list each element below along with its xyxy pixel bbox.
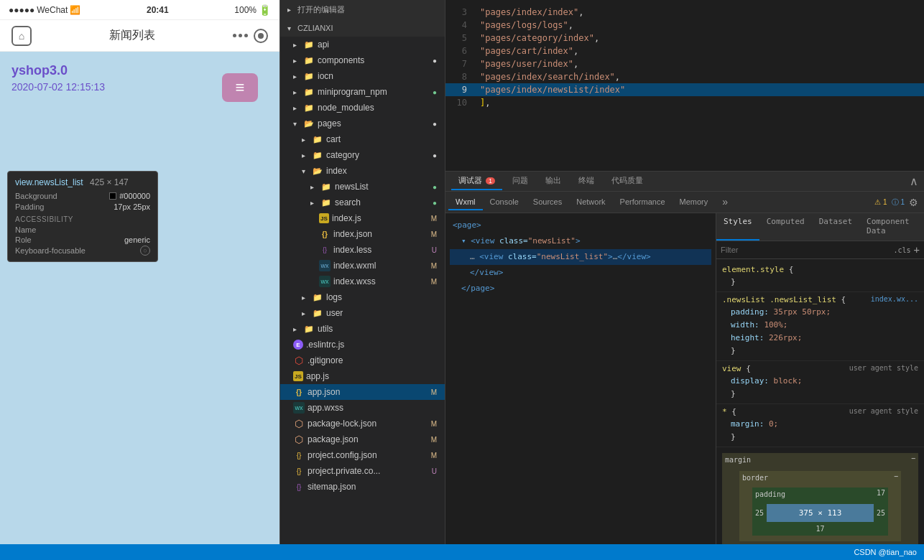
tab-output[interactable]: 输出: [538, 172, 568, 190]
clock: 20:41: [147, 5, 169, 15]
html-page-close[interactable]: </page>: [450, 281, 711, 297]
phone-status-bar: ●●●●● WeChat 📶 20:41 100% 🔋: [0, 0, 279, 20]
file-item-sitemap[interactable]: {} sitemap.json: [280, 479, 445, 495]
padding-label: padding: [755, 490, 785, 498]
file-item-eslint[interactable]: E .eslintrc.js: [280, 337, 445, 353]
search-label: search: [335, 197, 428, 207]
file-item-index[interactable]: 📂 index: [280, 163, 445, 179]
selector-element-style: element.style {: [722, 265, 918, 274]
home-button[interactable]: ⌂: [11, 26, 32, 46]
explorer-open-editors[interactable]: 打开的编辑器: [280, 0, 445, 19]
record-button[interactable]: [254, 29, 268, 43]
element-tooltip: view.newsList_list 425 × 147 Background …: [7, 171, 158, 262]
tab-network[interactable]: Network: [569, 195, 612, 210]
file-item-node-modules[interactable]: 📁 node_modules: [280, 100, 445, 116]
file-item-utils[interactable]: 📁 utils: [280, 321, 445, 337]
index-less-label: index.less: [333, 245, 427, 255]
file-item-logs[interactable]: 📁 logs: [280, 289, 445, 305]
node-modules-label: node_modules: [318, 103, 439, 113]
file-item-project-private[interactable]: {} project.private.co... U: [280, 463, 445, 479]
file-item-index-wxml[interactable]: wx index.wxml M: [280, 258, 445, 274]
code-line-6: "pages/cart/index",: [474, 45, 924, 57]
battery-pct: 100%: [234, 5, 257, 15]
debugger-badge: 1: [486, 177, 495, 185]
tab-performance[interactable]: Performance: [613, 195, 673, 210]
tab-wxml[interactable]: Wxml: [448, 195, 483, 210]
file-item-iocn[interactable]: 📁 iocn: [280, 68, 445, 84]
pkg-json-label: package.json: [308, 434, 426, 444]
tab-issues[interactable]: 问题: [505, 172, 535, 190]
json-icon: {}: [319, 228, 331, 240]
file-item-app-json[interactable]: {} app.json M: [280, 384, 445, 400]
explorer-root[interactable]: CZLIANXI: [280, 19, 445, 37]
tooltip-element-name: view.newsList_list 425 × 147: [15, 177, 150, 187]
file-item-gitignore[interactable]: ⬡ .gitignore: [280, 353, 445, 368]
miniprogram-folder-icon: 📁: [303, 86, 315, 98]
add-style-button[interactable]: +: [914, 244, 920, 256]
html-view-close[interactable]: </view>: [450, 265, 711, 281]
html-page-open[interactable]: <page>: [450, 218, 711, 233]
style-block-view: view { user agent style display: block; …: [716, 361, 924, 404]
file-item-pkg-json[interactable]: ⬡ package.json M: [280, 431, 445, 447]
styles-tab-styles[interactable]: Styles: [716, 213, 759, 241]
utils-arrow: [293, 325, 300, 333]
styles-tab-computed[interactable]: Computed: [759, 213, 812, 241]
project-private-icon: {}: [293, 465, 305, 477]
styles-tab-component-data[interactable]: Component Data: [859, 213, 924, 241]
expand-icon[interactable]: ∧: [910, 174, 918, 188]
styles-filter-input[interactable]: [721, 246, 890, 254]
newslist-arrow: [310, 183, 318, 191]
padding-left-value: 25: [755, 509, 764, 517]
pages-folder-icon: 📂: [303, 118, 315, 129]
file-item-project-config[interactable]: {} project.config.json M: [280, 447, 445, 463]
file-item-user[interactable]: 📁 user: [280, 305, 445, 321]
app-json-badge: M: [429, 388, 439, 396]
file-item-index-js[interactable]: JS index.js M: [280, 210, 445, 226]
code-line-5: "pages/category/index",: [474, 32, 924, 45]
file-item-pkg-lock[interactable]: ⬡ package-lock.json M: [280, 416, 445, 431]
editor-devtools-area: 3 4 5 6 7 8 9 10 "pages/index/index", "p…: [445, 0, 924, 544]
file-item-app-js[interactable]: JS app.js: [280, 368, 445, 384]
project-config-label: project.config.json: [308, 450, 426, 460]
file-item-index-less[interactable]: {} index.less U: [280, 242, 445, 258]
code-line-9: "pages/index/newsList/index": [474, 83, 924, 96]
file-item-cart[interactable]: 📁 cart: [280, 131, 445, 147]
file-item-category[interactable]: 📁 category ●: [280, 147, 445, 163]
file-item-api[interactable]: 📁 api: [280, 37, 445, 52]
tab-sources[interactable]: Sources: [526, 195, 569, 210]
file-item-index-wxss[interactable]: wx index.wxss M: [280, 274, 445, 289]
eslint-icon: E: [293, 340, 303, 350]
home-icon: ⌂: [19, 30, 24, 42]
file-item-newslist[interactable]: 📁 newsList ●: [280, 179, 445, 195]
file-item-app-wxss[interactable]: wx app.wxss: [280, 400, 445, 416]
tab-debugger[interactable]: 调试器 1: [451, 172, 502, 190]
styles-tab-dataset[interactable]: Dataset: [812, 213, 859, 241]
more-button[interactable]: [233, 34, 248, 37]
phone-content: yshop3.0 2020-07-02 12:15:13 ≡: [0, 52, 279, 544]
newslist-label: newsList: [335, 182, 428, 192]
box-model: margin − border − padding 17: [722, 453, 918, 544]
components-label: components: [318, 55, 428, 65]
html-view-newslist-list[interactable]: … <view class="newsList_list">…</view>: [450, 249, 711, 265]
status-left: ●●●●● WeChat 📶: [9, 5, 80, 15]
tab-terminal[interactable]: 终端: [571, 172, 601, 190]
tab-console[interactable]: Console: [483, 195, 526, 210]
tab-quality[interactable]: 代码质量: [604, 172, 650, 190]
file-item-index-json[interactable]: {} index.json M: [280, 226, 445, 242]
file-item-pages[interactable]: 📂 pages ●: [280, 116, 445, 131]
cls-button[interactable]: .cls: [890, 246, 913, 254]
index-json-label: index.json: [333, 229, 426, 239]
iocn-arrow: [293, 73, 300, 80]
tab-more[interactable]: »: [715, 193, 735, 212]
components-arrow: [293, 57, 300, 65]
file-item-miniprogram-npm[interactable]: 📁 miniprogram_npm ●: [280, 84, 445, 100]
devtools-toolbar: 调试器 1 问题 输出 终端 代码质量 ∧: [445, 172, 924, 192]
settings-icon[interactable]: ⚙: [909, 197, 918, 208]
iocn-label: iocn: [318, 71, 439, 81]
tab-memory[interactable]: Memory: [673, 195, 716, 210]
pkg-lock-icon: ⬡: [293, 418, 305, 429]
html-view-newslist[interactable]: ▾ <view class="newsList">: [450, 233, 711, 249]
search-folder-icon: 📁: [320, 197, 332, 208]
file-item-search[interactable]: 📁 search ●: [280, 195, 445, 210]
file-item-components[interactable]: 📁 components ●: [280, 52, 445, 68]
